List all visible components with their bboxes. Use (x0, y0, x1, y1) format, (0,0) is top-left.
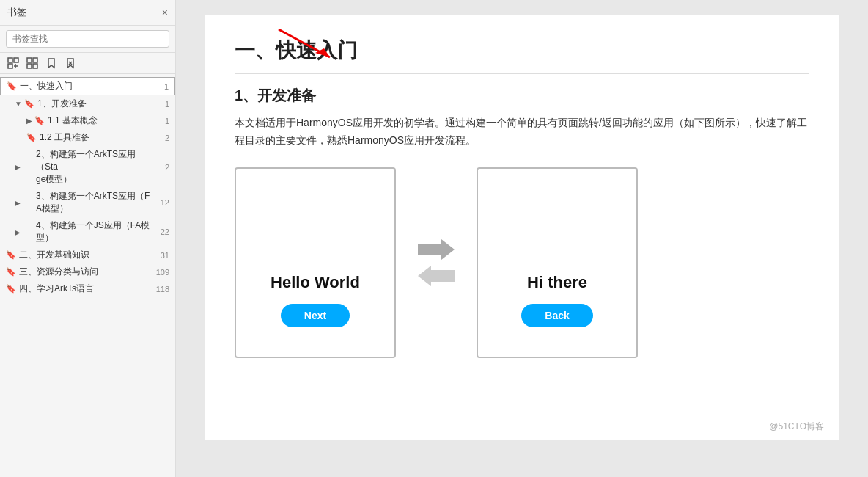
sidebar-item-label: 2、构建第一个ArkTS应用（Stage模型） (36, 148, 155, 186)
sidebar-item-label: 四、学习ArkTs语言 (19, 283, 94, 295)
page-number: 22 (155, 227, 169, 236)
page-body: 一、快速入门 1、开发准备 本文档适用于HarmonyOS应用开发的初学者。通过… (205, 15, 839, 440)
description-text: 本文档适用于HarmonyOS应用开发的初学者。通过构建一个简单的具有页面跳转/… (235, 114, 809, 150)
screen1-title: Hello World (271, 273, 360, 292)
svg-rect-8 (33, 64, 37, 68)
sidebar-item-tool-prep[interactable]: 🔖 1.2 工具准备 2 (0, 129, 175, 146)
expand-all-icon[interactable] (6, 56, 21, 70)
sidebar-header: 书签 × (0, 0, 175, 26)
arrow-left-icon (418, 266, 455, 286)
expand-arrow-icon: ▶ (15, 228, 21, 236)
sidebar-item-arkts-fa[interactable]: ▶ 🔖 3、构建第一个ArkTS应用（FA模型） 12 (0, 188, 175, 217)
bookmark-icon: 🔖 (6, 267, 16, 277)
next-button[interactable]: Next (281, 304, 350, 327)
svg-rect-7 (27, 64, 32, 68)
page-number: 2 (155, 163, 169, 172)
sidebar-item-basic-concepts[interactable]: ▶ 🔖 1.1 基本概念 1 (0, 112, 175, 129)
page-number: 1 (155, 117, 169, 125)
svg-marker-14 (418, 266, 455, 286)
bookmark-icon: 🔖 (6, 284, 16, 294)
page-number: 31 (155, 251, 169, 260)
sidebar-item-label: 一、快速入门 (20, 80, 73, 92)
bookmark-icon: 🔖 (7, 81, 17, 91)
sidebar: 书签 × 🔖 一、快速入门 1 ▼ 🔖 1、开发准备 1 (0, 0, 176, 477)
page-number: 118 (155, 285, 169, 294)
subsection-title: 1、开发准备 (235, 86, 809, 106)
sidebar-item-label: 三、资源分类与访问 (19, 266, 98, 278)
sidebar-tree: 🔖 一、快速入门 1 ▼ 🔖 1、开发准备 1 ▶ 🔖 1.1 基本概念 1 🔖… (0, 74, 175, 477)
sidebar-item-resources[interactable]: 🔖 三、资源分类与访问 109 (0, 263, 175, 280)
sidebar-title: 书签 (7, 6, 26, 19)
svg-rect-0 (8, 58, 12, 62)
page-number: 2 (155, 134, 169, 142)
sidebar-item-label: 1、开发准备 (37, 98, 87, 110)
page-number: 1 (154, 82, 169, 91)
svg-rect-2 (8, 64, 12, 68)
page-number: 109 (155, 268, 169, 277)
transition-arrows (418, 239, 455, 286)
back-button[interactable]: Back (521, 304, 592, 327)
bookmark-flash-icon[interactable] (44, 56, 59, 70)
search-input[interactable] (6, 30, 169, 48)
svg-rect-5 (27, 58, 32, 62)
bookmark-icon: 🔖 (24, 99, 34, 109)
phone-screen-1: Hello World Next (235, 167, 396, 358)
sidebar-search-area (0, 26, 175, 53)
svg-rect-1 (14, 58, 18, 62)
phone-screen-2: Hi there Back (477, 167, 638, 358)
sidebar-item-arkts-stage[interactable]: ▶ 🔖 2、构建第一个ArkTS应用（Stage模型） 2 (0, 146, 175, 188)
expand-arrow-icon: ▶ (15, 163, 21, 171)
sidebar-item-label: 1.2 工具准备 (40, 131, 89, 144)
sidebar-item-dev-basics[interactable]: 🔖 二、开发基础知识 31 (0, 247, 175, 263)
screen2-title: Hi there (527, 273, 587, 292)
svg-rect-6 (33, 58, 37, 62)
sidebar-item-label: 1.1 基本概念 (48, 114, 98, 127)
sidebar-item-arkts-lang[interactable]: 🔖 四、学习ArkTs语言 118 (0, 280, 175, 297)
collapse-all-icon[interactable] (25, 56, 40, 70)
sidebar-item-label: 3、构建第一个ArkTS应用（FA模型） (36, 190, 150, 215)
page-number: 1 (155, 100, 169, 109)
sidebar-item-quick-start[interactable]: 🔖 一、快速入门 1 (0, 77, 175, 95)
main-content: 一、快速入门 1、开发准备 本文档适用于HarmonyOS应用开发的初学者。通过… (176, 0, 868, 477)
sidebar-toolbar (0, 53, 175, 74)
close-button[interactable]: × (162, 7, 168, 18)
annotation-arrow (264, 22, 352, 69)
expand-arrow-icon: ▶ (26, 117, 32, 125)
sidebar-item-label: 二、开发基础知识 (19, 249, 89, 261)
watermark: @51CTO博客 (769, 420, 824, 433)
sidebar-item-dev-prep[interactable]: ▼ 🔖 1、开发准备 1 (0, 95, 175, 112)
bookmark-icon: 🔖 (26, 133, 37, 142)
expand-arrow-icon: ▼ (15, 100, 22, 108)
expand-arrow-icon: ▶ (15, 199, 21, 207)
arrow-right-icon (418, 239, 455, 260)
svg-marker-13 (418, 239, 455, 260)
page-number: 12 (155, 198, 169, 207)
bookmark-icon: 🔖 (6, 250, 16, 260)
bookmark-icon: 🔖 (34, 116, 45, 125)
demo-container: Hello World Next Hi there Back (235, 167, 809, 358)
sidebar-item-label: 4、构建第一个JS应用（FA模型） (36, 219, 150, 244)
sidebar-item-js-fa[interactable]: ▶ 🔖 4、构建第一个JS应用（FA模型） 22 (0, 217, 175, 247)
bookmark-delete-icon[interactable] (63, 56, 78, 70)
